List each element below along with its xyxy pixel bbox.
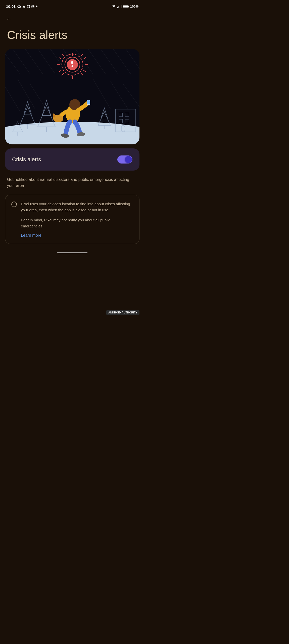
- status-time: 10:03 •: [6, 4, 37, 9]
- dot-icon: •: [36, 4, 37, 9]
- svg-marker-3: [22, 5, 25, 8]
- wifi-icon: [112, 5, 116, 8]
- hero-illustration-card: [5, 49, 139, 144]
- info-icon: [11, 202, 17, 209]
- status-bar: 10:03 •: [0, 0, 144, 11]
- status-notification-icons: •: [17, 4, 37, 9]
- svg-rect-12: [120, 5, 120, 8]
- svg-point-9: [33, 6, 34, 6]
- page-title: Crisis alerts: [0, 24, 144, 49]
- android-authority-badge: ANDROID AUTHORITY: [106, 310, 139, 315]
- description-text: Get notified about natural disasters and…: [0, 175, 144, 195]
- svg-rect-4: [27, 5, 30, 8]
- hero-svg: [5, 49, 139, 144]
- toggle-knob: [125, 156, 132, 163]
- back-button[interactable]: ←: [0, 11, 144, 24]
- svg-point-6: [29, 6, 29, 6]
- navigation-icon: [22, 5, 26, 8]
- svg-point-51: [72, 65, 73, 67]
- instagram-icon: [27, 5, 30, 8]
- info-text-secondary: Bear in mind, Pixel may not notify you a…: [21, 217, 133, 229]
- svg-point-52: [5, 122, 139, 144]
- toggle-label: Crisis alerts: [12, 156, 41, 163]
- home-indicator: [57, 252, 87, 253]
- cloud-icon: [17, 5, 21, 9]
- time-display: 10:03: [6, 4, 16, 9]
- crisis-alerts-toggle[interactable]: [117, 155, 132, 164]
- svg-point-81: [14, 203, 14, 204]
- svg-rect-73: [87, 100, 90, 104]
- battery-percent: 100%: [130, 5, 138, 8]
- svg-rect-7: [32, 5, 34, 8]
- battery-icon: [123, 5, 129, 8]
- learn-more-link[interactable]: Learn more: [21, 233, 133, 238]
- info-text-container: Pixel uses your device's location to fin…: [21, 201, 133, 238]
- svg-rect-11: [118, 6, 119, 8]
- status-system-icons: 100%: [112, 5, 138, 8]
- signal-icon: [117, 5, 122, 8]
- info-text-primary: Pixel uses your device's location to fin…: [21, 201, 133, 213]
- info-circle-icon: [11, 202, 17, 207]
- svg-rect-15: [123, 6, 128, 7]
- svg-rect-50: [71, 61, 73, 64]
- info-card: Pixel uses your device's location to fin…: [5, 195, 139, 244]
- instagram2-icon: [31, 5, 35, 8]
- svg-rect-13: [121, 5, 121, 8]
- svg-point-49: [67, 59, 78, 70]
- svg-rect-16: [128, 6, 129, 7]
- crisis-alerts-toggle-card[interactable]: Crisis alerts: [5, 148, 139, 171]
- svg-rect-10: [117, 7, 118, 8]
- back-arrow-icon[interactable]: ←: [6, 15, 12, 22]
